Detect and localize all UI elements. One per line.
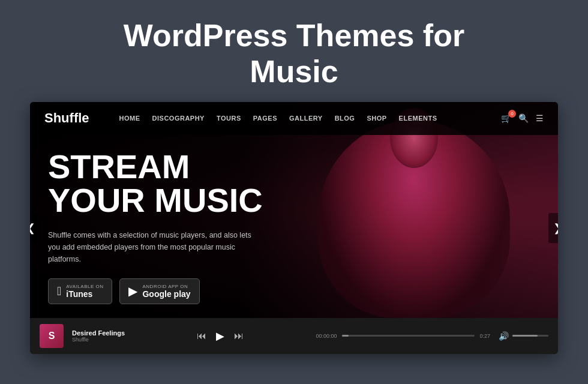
progress-bar-fill	[342, 335, 349, 337]
itunes-label-small: Available on	[66, 284, 103, 289]
search-icon[interactable]: 🔍	[518, 113, 529, 123]
singer-figure	[318, 120, 510, 318]
nav-link-discography[interactable]: DISCOGRAPHY	[152, 115, 205, 122]
google-label-small: ANDROID APP ON	[142, 284, 190, 289]
nav-logo: Shuffle	[44, 110, 89, 126]
volume-icon: 🔊	[499, 331, 509, 341]
nav-link-blog[interactable]: BLOG	[335, 115, 355, 122]
nav-icons: 🛒 🔍 ☰	[501, 113, 544, 123]
hero-subtitle: Shuffle comes with a selection of music …	[48, 229, 264, 265]
music-player: S Desired Feelings Shuffle ⏮ ▶ ⏭ 00:00:0…	[30, 318, 558, 354]
browser-container: ❮ ❯ Shuffle HOME DISCOGRAPHY TOURS PAGES…	[30, 102, 558, 354]
skip-forward-button[interactable]: ⏭	[234, 331, 244, 341]
volume-bar[interactable]	[512, 335, 548, 337]
player-controls: ⏮ ▶ ⏭	[133, 329, 307, 343]
itunes-label: iTunes	[66, 289, 103, 299]
player-volume: 🔊	[499, 331, 548, 341]
player-thumbnail: S	[40, 324, 64, 348]
player-track-info: Desired Feelings Shuffle	[72, 329, 125, 343]
player-progress: 00:00:00 0:27	[316, 333, 490, 339]
google-play-icon: ▶	[128, 284, 137, 298]
nav-links: HOME DISCOGRAPHY TOURS PAGES GALLERY BLO…	[119, 115, 501, 122]
page-header: WordPress Themes for Music	[0, 0, 588, 102]
player-time-total: 0:27	[479, 333, 490, 339]
theme-nav: Shuffle HOME DISCOGRAPHY TOURS PAGES GAL…	[30, 102, 558, 135]
carousel-arrow-right[interactable]: ❯	[548, 213, 558, 243]
hero-title: STREAM YOUR MUSIC	[48, 150, 264, 217]
apple-icon: 	[57, 284, 61, 298]
cart-icon[interactable]: 🛒	[501, 113, 511, 123]
nav-link-tours[interactable]: TOURS	[217, 115, 241, 122]
page-title: WordPress Themes for Music	[12, 18, 576, 90]
play-button[interactable]: ▶	[216, 329, 224, 343]
nav-link-home[interactable]: HOME	[119, 115, 140, 122]
google-play-button[interactable]: ▶ ANDROID APP ON Google play	[119, 278, 199, 304]
nav-link-shop[interactable]: SHOP	[367, 115, 386, 122]
theme-preview: Shuffle HOME DISCOGRAPHY TOURS PAGES GAL…	[30, 102, 558, 354]
player-logo: S	[49, 331, 55, 341]
player-time-current: 00:00:00	[316, 333, 337, 339]
google-label: Google play	[142, 289, 190, 299]
nav-link-gallery[interactable]: GALLERY	[289, 115, 323, 122]
player-artist: Shuffle	[72, 337, 125, 343]
carousel-arrow-left[interactable]: ❮	[30, 213, 40, 243]
nav-link-elements[interactable]: ELEMENTS	[399, 115, 437, 122]
hero-content: STREAM YOUR MUSIC Shuffle comes with a s…	[48, 150, 264, 304]
player-track-name: Desired Feelings	[72, 329, 125, 337]
volume-bar-fill	[512, 335, 538, 337]
hero-buttons:  Available on iTunes ▶ ANDROID APP ON G…	[48, 278, 264, 304]
nav-link-pages[interactable]: PAGES	[253, 115, 277, 122]
itunes-button[interactable]:  Available on iTunes	[48, 278, 112, 304]
menu-icon[interactable]: ☰	[536, 113, 544, 123]
progress-bar[interactable]	[342, 335, 475, 337]
skip-back-button[interactable]: ⏮	[197, 331, 206, 341]
